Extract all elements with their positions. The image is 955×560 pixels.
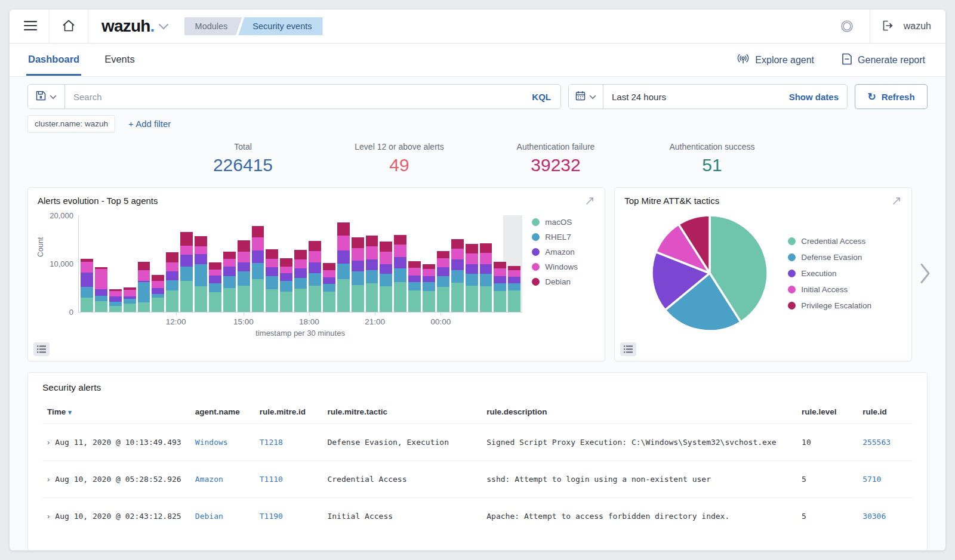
cell-level: 5	[797, 461, 858, 498]
search-input[interactable]	[65, 85, 522, 109]
expand-row-icon[interactable]: ›	[47, 512, 50, 521]
bar-27[interactable]	[466, 244, 478, 312]
bar-segment-macos	[294, 289, 307, 312]
bar-6[interactable]	[166, 252, 178, 312]
legend-item[interactable]: Amazon	[532, 247, 595, 256]
legend-item[interactable]: Initial Access	[788, 285, 885, 294]
legend-item[interactable]: Defense Evasion	[788, 253, 885, 262]
bar-21[interactable]	[380, 242, 392, 312]
tab-dashboard[interactable]: Dashboard	[26, 45, 81, 76]
id-link[interactable]: 255563	[862, 438, 891, 447]
bar-28[interactable]	[480, 243, 492, 312]
breadcrumb-modules[interactable]: Modules	[184, 17, 242, 35]
bar-13[interactable]	[266, 249, 278, 312]
next-panels-chevron[interactable]	[920, 264, 930, 286]
legend-item[interactable]: RHEL7	[532, 233, 595, 242]
kql-button[interactable]: KQL	[522, 85, 560, 109]
wazuh-logo[interactable]: wazuh.	[101, 17, 155, 36]
column-header-rule-mitre-id[interactable]: rule.mitre.id	[255, 399, 323, 424]
agent-link[interactable]: Amazon	[195, 475, 223, 484]
tab-events[interactable]: Events	[103, 45, 136, 76]
bar-19[interactable]	[352, 237, 364, 312]
bar-25[interactable]	[437, 251, 449, 312]
cell-level: 10	[797, 424, 858, 461]
expand-panel-icon[interactable]	[584, 196, 595, 208]
legend-item[interactable]: Credential Access	[788, 237, 885, 246]
logout-button[interactable]: wazuh	[876, 17, 937, 36]
bar-18[interactable]	[337, 222, 350, 312]
bar-3[interactable]	[124, 287, 136, 312]
logo-text: wazuh	[101, 17, 150, 36]
bar-1[interactable]	[95, 267, 107, 312]
column-header-rule-id[interactable]: rule.id	[858, 399, 913, 424]
stat-value: 226415	[165, 155, 321, 175]
legend-item[interactable]: Debian	[532, 277, 595, 286]
stat-label: Authentication failure	[478, 142, 634, 151]
breadcrumb-security-events[interactable]: Security events	[238, 17, 322, 35]
bar-24[interactable]	[423, 264, 435, 312]
bar-8[interactable]	[195, 236, 207, 312]
bar-segment-amazon	[480, 264, 492, 274]
legend-item[interactable]: Privilege Escalation	[788, 301, 885, 310]
bar-9[interactable]	[209, 262, 221, 312]
expand-panel-icon[interactable]	[891, 196, 902, 208]
agent-link[interactable]: Windows	[195, 438, 228, 447]
bar-0[interactable]	[81, 259, 93, 312]
time-range-value[interactable]: Last 24 hours	[612, 92, 666, 102]
filter-pill[interactable]: cluster.name: wazuh	[27, 115, 115, 132]
chevron-down-icon[interactable]	[158, 23, 169, 30]
expand-row-icon[interactable]: ›	[47, 475, 50, 484]
refresh-button[interactable]: ↻ Refresh	[855, 84, 928, 109]
show-dates-button[interactable]: Show dates	[789, 92, 839, 102]
bar-7[interactable]	[180, 232, 193, 312]
legend-dot	[532, 278, 540, 286]
bar-segment-windows	[195, 246, 207, 255]
legend-item[interactable]: macOS	[532, 218, 595, 227]
bar-14[interactable]	[280, 258, 292, 312]
bar-23[interactable]	[408, 261, 421, 312]
id-link[interactable]: 30306	[862, 512, 886, 521]
bar-29[interactable]	[494, 262, 506, 312]
agent-link[interactable]: Debian	[195, 512, 223, 521]
bar-12[interactable]	[252, 226, 264, 312]
bar-30[interactable]	[508, 266, 520, 312]
x-axis-ticks: 12:0015:0018:0021:0000:00	[78, 313, 522, 328]
column-header-rule-mitre-tactic[interactable]: rule.mitre.tactic	[322, 399, 482, 424]
column-header-agent-name[interactable]: agent.name	[190, 399, 255, 424]
explore-agent-button[interactable]: Explore agent	[733, 52, 818, 67]
bar-16[interactable]	[309, 241, 321, 312]
home-button[interactable]	[56, 16, 82, 38]
column-header-rule-description[interactable]: rule.description	[482, 399, 797, 424]
bar-26[interactable]	[451, 239, 464, 312]
panel-data-table-button[interactable]	[33, 342, 50, 356]
column-header-rule-level[interactable]: rule.level	[797, 399, 858, 424]
bar-5[interactable]	[152, 275, 164, 312]
mitre_id-link[interactable]: T1110	[260, 475, 283, 484]
bar-17[interactable]	[323, 263, 335, 312]
bar-4[interactable]	[138, 262, 150, 312]
mitre_id-link[interactable]: T1218	[260, 438, 283, 447]
bar-segment-rhel7	[423, 282, 435, 291]
legend-item[interactable]: Execution	[788, 269, 885, 278]
menu-button[interactable]	[18, 17, 43, 36]
column-header-time[interactable]: Time▾	[42, 399, 190, 424]
bar-15[interactable]	[294, 250, 307, 312]
mitre_id-link[interactable]: T1190	[260, 512, 283, 521]
panel-data-table-button[interactable]	[620, 342, 636, 356]
add-filter-button[interactable]: + Add filter	[125, 118, 174, 129]
bar-10[interactable]	[223, 252, 236, 312]
generate-report-button[interactable]: Generate report	[838, 52, 929, 68]
bar-2[interactable]	[109, 289, 122, 312]
id-link[interactable]: 5710	[862, 475, 881, 484]
status-ring-icon[interactable]	[830, 19, 864, 33]
bar-22[interactable]	[394, 235, 406, 312]
bar-11[interactable]	[238, 240, 250, 312]
bar-20[interactable]	[366, 236, 378, 312]
legend-item[interactable]: Windows	[532, 262, 595, 271]
expand-row-icon[interactable]: ›	[47, 438, 50, 447]
cell-mitre_id: T1218	[255, 424, 323, 461]
calendar-button[interactable]	[569, 85, 603, 109]
saved-queries-button[interactable]	[28, 85, 65, 109]
bar-segment-windows	[466, 253, 478, 264]
bar-segment-rhel7	[195, 264, 207, 286]
